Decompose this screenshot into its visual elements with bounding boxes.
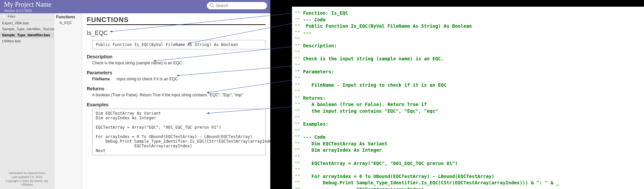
- description-text: Check is the input string (sample name) …: [87, 59, 266, 67]
- parameter-name: FileName: [92, 77, 115, 81]
- svg-line-1: [213, 6, 214, 8]
- returns-heading: Returns: [87, 86, 266, 91]
- functions-section-title: Functions: [56, 15, 80, 19]
- sidebar-footer: Generated by Natural Docs Last updated 5…: [0, 169, 54, 189]
- example-code-box: Dim EQCTestArray As Variant Dim arrayInd…: [92, 109, 266, 155]
- source-code-panel: '' Function: Is_EQC '' --- Code '' Publi…: [270, 0, 644, 189]
- parameter-row: FileName Input string to check if it is …: [87, 75, 266, 83]
- file-item[interactable]: Sample_Type_Identifier_Test.bas: [0, 26, 54, 32]
- file-item-selected[interactable]: Sample_Type_Identifier.bas: [0, 32, 54, 38]
- files-sidebar: 📄 Files Export_VBA.bas Sample_Type_Ident…: [0, 13, 54, 189]
- svg-point-0: [210, 4, 213, 7]
- files-section-title: 📄 Files: [0, 13, 54, 20]
- returns-text: A boolean (True or False). Return True i…: [87, 91, 266, 99]
- project-version: Version 0.0.0.9000: [4, 9, 51, 13]
- file-item[interactable]: Utilities.bas: [0, 38, 54, 44]
- signature-box: Public Function Is_EQC(ByVal FileName As…: [92, 40, 266, 49]
- function-link[interactable]: Is_EQC: [56, 21, 80, 25]
- parameters-heading: Parameters: [87, 70, 266, 75]
- description-heading: Description: [87, 54, 266, 59]
- search-input[interactable]: [207, 2, 267, 9]
- parameter-description: Input string to check if it is an EQC: [116, 77, 178, 81]
- page-title: FUNCTIONS: [87, 16, 266, 25]
- examples-heading: Examples: [87, 102, 266, 107]
- functions-sidebar: Functions Is_EQC: [54, 13, 82, 189]
- function-heading: Is_EQC: [87, 30, 266, 37]
- file-item[interactable]: Export_VBA.bas: [0, 20, 54, 26]
- search-container: [207, 2, 267, 9]
- app-header: My Project Name Version 0.0.0.9000: [0, 0, 270, 13]
- search-icon: [210, 3, 214, 8]
- doc-content: FUNCTIONS Is_EQC Public Function Is_EQC(…: [82, 13, 270, 189]
- project-title: My Project Name: [4, 1, 51, 8]
- source-code: '' Function: Is_EQC '' --- Code '' Publi…: [292, 7, 644, 189]
